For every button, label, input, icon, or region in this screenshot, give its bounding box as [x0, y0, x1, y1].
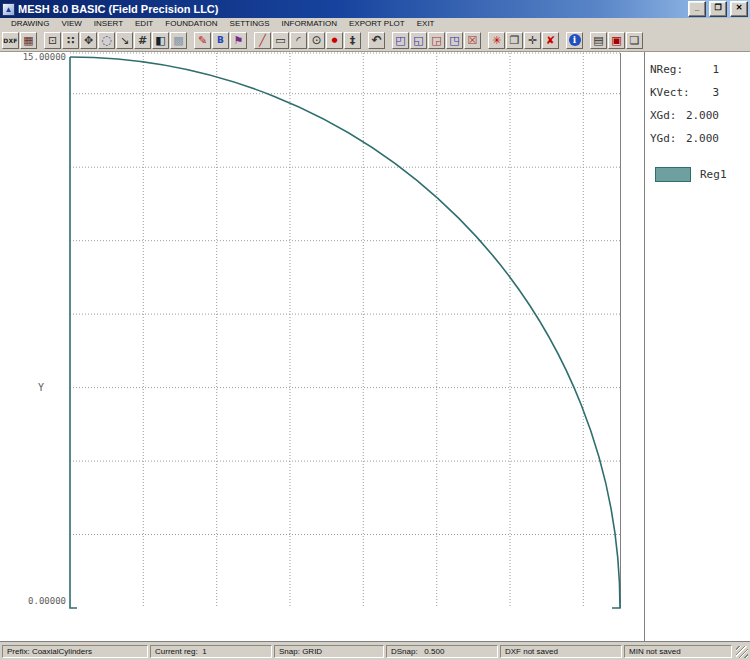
grid-toggle-button[interactable]: #	[134, 32, 151, 49]
fill-toggle-button[interactable]: ◧	[152, 32, 169, 49]
close-button[interactable]: ✕	[730, 1, 748, 17]
segment-insert-icon: ◲	[431, 33, 441, 48]
circle-tool-button[interactable]: ⊙	[308, 32, 325, 49]
title-bar: ▲ MESH 8.0 BASIC (Field Precision LLC) _…	[0, 0, 750, 18]
resize-grip[interactable]	[736, 646, 748, 658]
pan-button[interactable]: ↘	[116, 32, 133, 49]
point-tool-button[interactable]: ●	[326, 32, 343, 49]
zoom-extents-button[interactable]: ✥	[80, 32, 97, 49]
line-icon: ╱	[259, 33, 266, 48]
menu-bar: DRAWING VIEW INSERT EDIT FOUNDATION SETT…	[0, 18, 750, 29]
global-view-icon: ◌	[101, 33, 111, 48]
segment-insert-button[interactable]: ◲	[428, 32, 445, 49]
legend-entry-reg1: Reg 1	[645, 167, 750, 182]
minimize-icon: _	[695, 3, 699, 12]
status-dxf-saved: DXF not saved	[500, 645, 622, 658]
region-select-button[interactable]: ◰	[392, 32, 409, 49]
copy-page-icon: ❏	[630, 33, 640, 48]
param-value: 1	[712, 63, 750, 76]
rectangle-tool-button[interactable]: ▭	[272, 32, 289, 49]
arc-tool-button[interactable]: ◜	[290, 32, 307, 49]
menu-information[interactable]: INFORMATION	[276, 19, 343, 28]
status-prefix: Prefix: CoaxialCylinders	[2, 645, 148, 658]
move-region-button[interactable]: ✛	[524, 32, 541, 49]
close-icon: ✕	[736, 3, 743, 12]
dimension-tool-button[interactable]: ‡	[344, 32, 361, 49]
menu-settings[interactable]: SETTINGS	[224, 19, 276, 28]
point-icon: ●	[331, 33, 337, 48]
region-left-edge	[70, 57, 77, 608]
mesh-grid-icon: ▩	[173, 33, 183, 48]
fill-contrast-icon: ◧	[155, 33, 165, 48]
line-tool-button[interactable]: ╱	[254, 32, 271, 49]
minimize-button[interactable]: _	[688, 1, 706, 17]
element-delete-button[interactable]: ☒	[464, 32, 481, 49]
y-axis-title: Y	[38, 382, 44, 393]
menu-drawing[interactable]: DRAWING	[5, 19, 55, 28]
palette-button[interactable]: ⚑	[230, 32, 247, 49]
y-axis-min-label: 0.00000	[8, 596, 66, 606]
pan-icon: ↘	[120, 33, 129, 48]
app-icon-glyph: ▲	[5, 4, 13, 15]
export-dxf-button[interactable]: DXF	[2, 32, 19, 49]
menu-exit[interactable]: EXIT	[411, 19, 441, 28]
move-icon: ✛	[528, 33, 537, 48]
segment-edit-button[interactable]: ◳	[446, 32, 463, 49]
save-plot-button[interactable]: ▣	[608, 32, 625, 49]
menu-edit[interactable]: EDIT	[129, 19, 159, 28]
circle-icon: ⊙	[311, 33, 321, 48]
maximize-button[interactable]: ❐	[709, 1, 727, 17]
vertex-edit-button[interactable]: ◱	[410, 32, 427, 49]
plot-settings-button[interactable]: ✎	[194, 32, 211, 49]
param-label: KVect:	[650, 86, 690, 99]
y-axis-max-label: 15.00000	[8, 52, 66, 62]
print-button[interactable]: ▤	[590, 32, 607, 49]
delete-region-button[interactable]: ✘	[542, 32, 559, 49]
drawing-area: 15.00000 0.00000 Y NReg: 1 KVect: 3 XGd:…	[0, 52, 750, 641]
zoom-points-button[interactable]: ∷	[62, 32, 79, 49]
mesh-toggle-button[interactable]: ▩	[170, 32, 187, 49]
zoom-window-icon: ⊡	[48, 33, 57, 48]
region-select-icon: ◰	[395, 33, 405, 48]
status-bar: Prefix: CoaxialCylinders Current reg: 1 …	[0, 641, 750, 660]
parameter-panel: NReg: 1 KVect: 3 XGd: 2.000 YGd: 2.000 R…	[644, 52, 750, 641]
vertex-edit-icon: ◱	[413, 33, 423, 48]
menu-view[interactable]: VIEW	[55, 19, 87, 28]
flag-palette-icon: ⚑	[234, 33, 244, 48]
grid-icon: #	[138, 33, 147, 48]
arc-icon: ◜	[296, 33, 300, 48]
zoom-window-button[interactable]: ⊡	[44, 32, 61, 49]
menu-insert[interactable]: INSERT	[88, 19, 129, 28]
plot-canvas[interactable]	[0, 52, 644, 641]
delete-all-button[interactable]: ✳	[488, 32, 505, 49]
param-row-xgd: XGd: 2.000	[645, 104, 750, 127]
floppy-icon: ▣	[611, 33, 621, 48]
window-title: MESH 8.0 BASIC (Field Precision LLC)	[18, 3, 685, 15]
copy-region-button[interactable]: ❐	[506, 32, 523, 49]
status-dsnap: DSnap: 0.500	[386, 645, 498, 658]
param-label: XGd:	[650, 109, 677, 122]
maximize-icon: ❐	[714, 3, 721, 12]
menu-export-plot[interactable]: EXPORT PLOT	[343, 19, 411, 28]
status-current-reg: Current reg: 1	[150, 645, 272, 658]
save-min-icon: ▦	[23, 33, 33, 48]
legend-value: 1	[720, 168, 750, 181]
zoom-points-icon: ∷	[67, 33, 75, 48]
status-min-saved: MIN not saved	[624, 645, 732, 658]
legend-label: Reg	[700, 168, 720, 181]
info-button[interactable]: i	[566, 32, 583, 49]
text-label-button[interactable]: B	[212, 32, 229, 49]
global-view-button[interactable]: ◌	[98, 32, 115, 49]
dimension-icon: ‡	[350, 33, 356, 48]
export-dxf-icon: DXF	[3, 33, 17, 48]
delete-all-icon: ✳	[492, 33, 501, 48]
save-min-button[interactable]: ▦	[20, 32, 37, 49]
menu-foundation[interactable]: FOUNDATION	[159, 19, 223, 28]
element-delete-icon: ☒	[468, 33, 478, 48]
param-value: 2.000	[686, 132, 750, 145]
rectangle-icon: ▭	[275, 33, 285, 48]
zoom-extents-icon: ✥	[84, 33, 93, 48]
info-icon: i	[569, 34, 581, 46]
undo-button[interactable]: ↶	[368, 32, 385, 49]
copy-page-button[interactable]: ❏	[626, 32, 643, 49]
